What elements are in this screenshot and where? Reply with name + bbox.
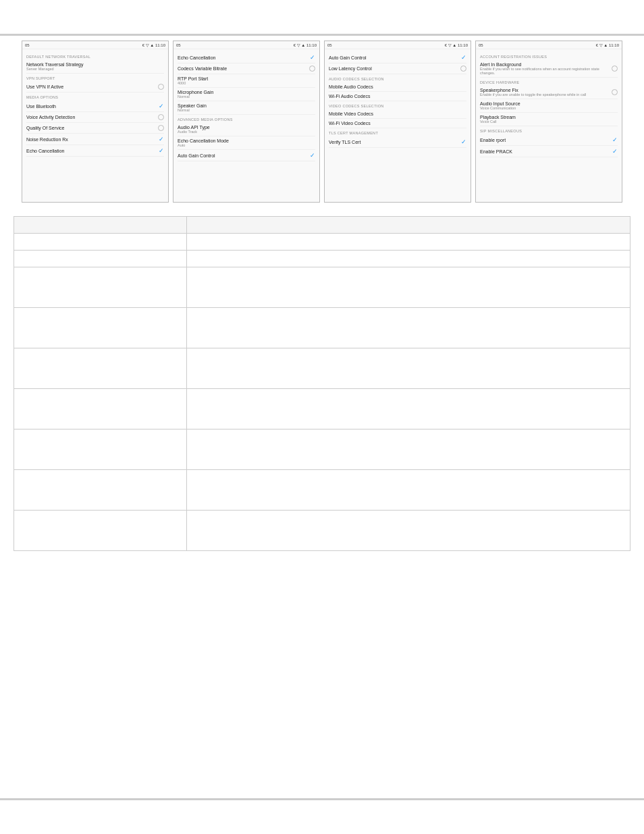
phone-item-label-echo-mode: Echo Cancellation Mode	[178, 138, 315, 143]
phone-status-bar-1: 05 € ▽ ▲ 11:10	[22, 41, 168, 49]
phone-item-echo-cancellation-1[interactable]: Echo Cancellation ✓	[26, 145, 164, 157]
toggle-low-latency-icon[interactable]	[460, 66, 466, 72]
phone-status-bar-2: 05 € ▽ ▲ 11:10	[173, 41, 319, 49]
phone-item-mic-gain[interactable]: Microphone Gain Normal	[178, 88, 315, 101]
toggle-bluetooth-icon[interactable]: ✓	[159, 103, 164, 109]
phone-item-sub-speaker-gain: Normal	[178, 108, 315, 112]
table-row-5	[14, 348, 630, 389]
phone-item-speakerphone-fix[interactable]: Speakerphone Fix Enable if you are unabl…	[480, 86, 618, 99]
phone-item-wifi-video[interactable]: Wi-Fi Video Codecs	[329, 119, 466, 128]
table-row-1-col1	[14, 234, 187, 251]
toggle-speakerphone-fix-icon[interactable]	[612, 89, 618, 95]
table-row-4	[14, 308, 630, 348]
phone-item-verify-tls[interactable]: Verify TLS Cert ✓	[329, 136, 466, 148]
toggle-auto-gain-2-icon[interactable]: ✓	[310, 152, 315, 159]
phone-item-label-noise-reduction: Noise Reduction Rx	[26, 137, 159, 142]
phone-item-speaker-gain[interactable]: Speaker Gain Normal	[178, 101, 315, 115]
phone-screen-1: 05 € ▽ ▲ 11:10 DEFAULT NETWORK TRAVERSAL…	[22, 41, 169, 203]
phone-item-label-audio-api: Audio API Type	[178, 125, 315, 130]
table-row-7-col1	[14, 429, 187, 470]
table-row-9-col1	[14, 511, 187, 551]
toggle-noise-reduction-icon[interactable]: ✓	[159, 136, 164, 142]
phone-item-label-echo-cancellation-1: Echo Cancellation	[26, 149, 159, 153]
table-row-8-col2	[186, 470, 630, 511]
phone-item-label-speakerphone-fix: Speakerphone Fix	[480, 88, 612, 93]
phone-item-label-low-latency: Low Latency Control	[329, 66, 460, 71]
phone-status-left-3: 05	[327, 43, 332, 47]
phone-item-vad[interactable]: Voice Activity Detection	[26, 112, 164, 123]
phone-item-vpn[interactable]: Use VPN If Active	[26, 82, 164, 93]
phone-item-echo-mode[interactable]: Echo Cancellation Mode Auto	[178, 136, 315, 150]
toggle-alert-background-icon[interactable]	[612, 66, 618, 72]
phone-item-playback-stream[interactable]: Playback Stream Voice Call	[480, 113, 618, 126]
phone-item-label-codecs-bitrate: Codecs Variable Bitrate	[178, 66, 309, 71]
phone-status-right-3: € ▽ ▲ 11:10	[445, 43, 468, 47]
section-header-media: MEDIA OPTIONS	[26, 95, 164, 99]
phone-item-label-auto-gain-3: Auto Gain Control	[329, 55, 461, 60]
phone-item-qos[interactable]: Quality Of Service	[26, 123, 164, 134]
toggle-verify-tls-icon[interactable]: ✓	[461, 138, 466, 145]
phone-status-bar-4: 05 € ▽ ▲ 11:10	[476, 41, 622, 49]
phone-item-rtp-port[interactable]: RTP Port Start 4000	[178, 74, 315, 88]
phone-item-alert-background[interactable]: Alert In Background Enable if you wish t…	[480, 60, 618, 78]
table-row-6-col2	[186, 389, 630, 429]
phone-status-right-2: € ▽ ▲ 11:10	[294, 43, 317, 47]
phone-screen-4: 05 € ▽ ▲ 11:10 ACCOUNT REGISTRATION ISSU…	[475, 41, 622, 203]
toggle-qos-icon[interactable]	[158, 125, 164, 131]
toggle-codecs-bitrate-icon[interactable]	[309, 66, 315, 72]
toggle-echo-cancellation-1-icon[interactable]: ✓	[159, 147, 164, 154]
table-header-row	[14, 217, 630, 234]
phone-item-codecs-bitrate[interactable]: Codecs Variable Bitrate	[178, 63, 315, 74]
phone-item-label-enable-prack: Enable PRACK	[480, 149, 612, 154]
table-row-8-col1	[14, 470, 187, 511]
phone-status-bar-3: 05 € ▽ ▲ 11:10	[325, 41, 471, 49]
phone-item-label-vad: Voice Activity Detection	[26, 115, 158, 120]
toggle-echo-cancellation-2-icon[interactable]: ✓	[310, 54, 315, 61]
table-row-3	[14, 267, 630, 308]
phone-item-wifi-audio[interactable]: Wi-Fi Audio Codecs	[329, 92, 466, 101]
phone-item-sub-echo-mode: Auto	[178, 143, 315, 147]
table-row-1	[14, 234, 630, 251]
toggle-vpn-icon[interactable]	[158, 84, 164, 90]
table-row-1-col2	[186, 234, 630, 251]
table-row-9	[14, 511, 630, 551]
phone-item-label-qos: Quality Of Service	[26, 126, 158, 130]
toggle-enable-rport-icon[interactable]: ✓	[612, 136, 618, 143]
phone-item-mobile-audio[interactable]: Mobile Audio Codecs	[329, 82, 466, 92]
phone-item-audio-api[interactable]: Audio API Type Audio Track	[178, 123, 315, 136]
phone-item-audio-input[interactable]: Audio Input Source Voice Communication	[480, 99, 618, 113]
phone-item-enable-rport[interactable]: Enable rport ✓	[480, 134, 618, 146]
toggle-enable-prack-icon[interactable]: ✓	[612, 148, 618, 155]
phone-item-mobile-video[interactable]: Mobile Video Codecs	[329, 109, 466, 119]
table-row-7-col2	[186, 429, 630, 470]
content-table	[14, 216, 630, 551]
phone-item-label-vpn: Use VPN If Active	[26, 84, 158, 89]
phone-item-label-mobile-audio: Mobile Audio Codecs	[329, 84, 466, 89]
table-header-col1	[14, 217, 187, 234]
phone-item-echo-cancellation-2[interactable]: Echo Cancellation ✓	[178, 52, 315, 63]
phone-item-enable-prack[interactable]: Enable PRACK ✓	[480, 146, 618, 157]
phone-item-auto-gain-3[interactable]: Auto Gain Control ✓	[329, 52, 466, 63]
phone-item-low-latency[interactable]: Low Latency Control	[329, 63, 466, 74]
phone-item-bluetooth[interactable]: Use Bluetooth ✓	[26, 101, 164, 112]
phones-row: 05 € ▽ ▲ 11:10 DEFAULT NETWORK TRAVERSAL…	[14, 41, 630, 203]
phone-item-label-verify-tls: Verify TLS Cert	[329, 140, 461, 145]
table-row-5-col2	[186, 348, 630, 389]
phone-status-left-4: 05	[479, 43, 483, 47]
table-row-2-col2	[186, 251, 630, 267]
phone-screen-2: 05 € ▽ ▲ 11:10 Echo Cancellation ✓ Codec…	[173, 41, 320, 203]
phone-item-label-rtp-port: RTP Port Start	[178, 76, 315, 81]
toggle-vad-icon[interactable]	[158, 114, 164, 120]
phone-item-label-audio-input: Audio Input Source	[480, 101, 618, 106]
table-row-2	[14, 251, 630, 267]
table-row-3-col1	[14, 267, 187, 308]
table-row-3-col2	[186, 267, 630, 308]
table-row-6-col1	[14, 389, 187, 429]
phone-item-network-traversal[interactable]: Network Traversal Strategy Server Manage…	[26, 60, 164, 74]
top-border	[0, 34, 644, 36]
section-header-sip-misc: SIP MISCELLANEOUS	[480, 129, 618, 133]
phone-item-auto-gain-2[interactable]: Auto Gain Control ✓	[178, 150, 315, 161]
table-row-4-col1	[14, 308, 187, 348]
phone-item-noise-reduction[interactable]: Noise Reduction Rx ✓	[26, 134, 164, 145]
toggle-auto-gain-3-icon[interactable]: ✓	[461, 54, 466, 61]
